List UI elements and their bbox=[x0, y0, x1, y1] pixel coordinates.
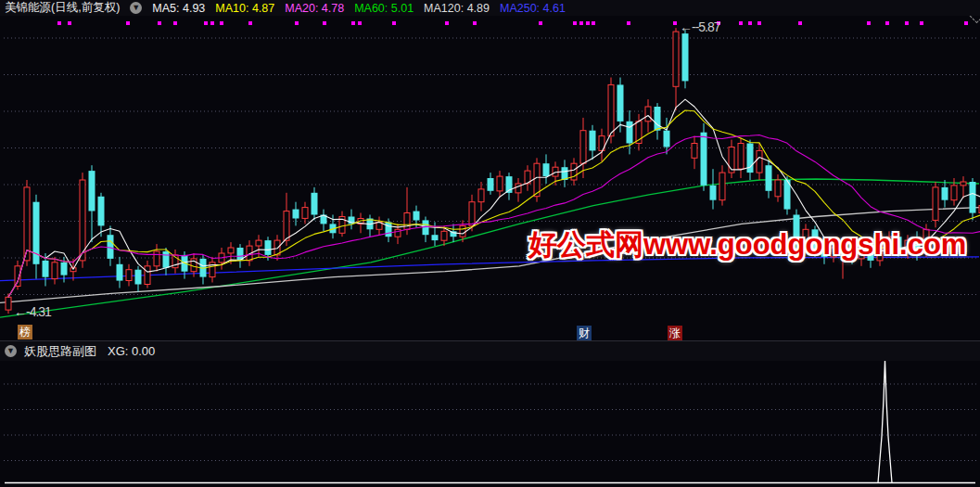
subchart-chevron-down-icon[interactable]: ▼ bbox=[5, 345, 17, 357]
subchart-title: 妖股思路副图 bbox=[24, 343, 96, 360]
low-price-label: ←-4.31 bbox=[14, 304, 51, 319]
high-price-label: ←--5.87 bbox=[680, 19, 720, 34]
info-bar: 美锦能源(日线,前复权) ▼ MA5: 4.93 MA10: 4.87 MA20… bbox=[0, 0, 980, 16]
stock-app-window: 美锦能源(日线,前复权) ▼ MA5: 4.93 MA10: 4.87 MA20… bbox=[0, 0, 980, 487]
badge-bang: 榜 bbox=[18, 325, 32, 340]
ma10-legend: MA10: 4.87 bbox=[215, 2, 274, 15]
ma60-legend: MA60: 5.01 bbox=[354, 2, 414, 15]
ma20-legend: MA20: 4.78 bbox=[285, 2, 344, 15]
ma120-legend: MA120: 4.89 bbox=[424, 2, 490, 15]
ma5-legend: MA5: 4.93 bbox=[152, 2, 205, 15]
chevron-down-icon[interactable]: ▼ bbox=[130, 2, 142, 14]
watermark: 好公式网www.goodgongshi.com bbox=[528, 225, 966, 264]
subchart-xg-value: XG: 0.00 bbox=[108, 344, 155, 358]
badge-zhang: 涨 bbox=[668, 326, 682, 340]
stock-title: 美锦能源(日线,前复权) bbox=[5, 0, 120, 16]
badge-cai: 财 bbox=[577, 326, 592, 340]
ma250-legend: MA250: 4.61 bbox=[500, 2, 566, 15]
subchart-header: ▼ 妖股思路副图 XG: 0.00 bbox=[0, 340, 980, 361]
